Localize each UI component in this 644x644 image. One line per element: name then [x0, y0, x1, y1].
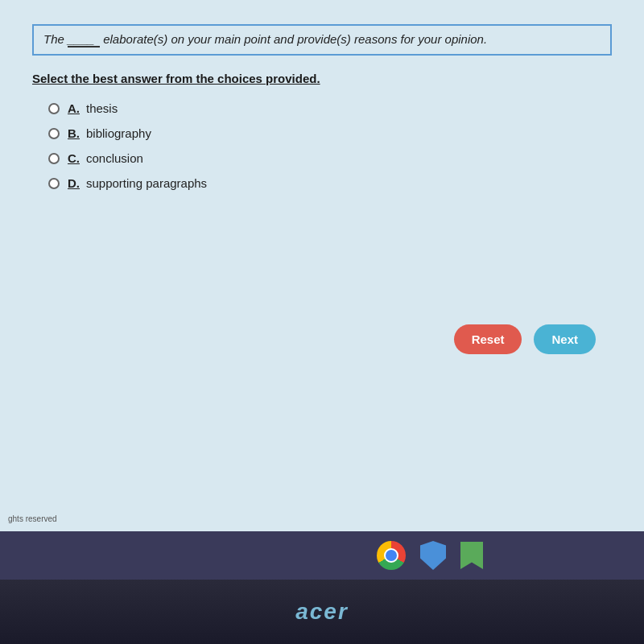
choice-text-c: conclusion — [86, 151, 143, 165]
laptop-bottom: acer — [0, 580, 644, 644]
radio-b[interactable] — [48, 128, 60, 139]
question-box: The ____ elaborate(s) on your main point… — [32, 24, 612, 56]
radio-d[interactable] — [48, 178, 60, 189]
question-blank: ____ — [68, 32, 100, 47]
radio-a[interactable] — [48, 103, 60, 114]
choice-label-c: C. — [68, 151, 80, 165]
choices-list: A. thesis B. bibliography C. conclusion … — [48, 101, 612, 190]
next-button[interactable]: Next — [534, 324, 596, 354]
choice-item-c[interactable]: C. conclusion — [48, 151, 612, 165]
shield-icon[interactable] — [420, 541, 446, 570]
radio-c[interactable] — [48, 153, 60, 164]
choice-item-b[interactable]: B. bibliography — [48, 126, 612, 140]
choice-item-d[interactable]: D. supporting paragraphs — [48, 176, 612, 190]
copyright-text: ghts reserved — [8, 514, 57, 523]
button-row: Reset Next — [454, 324, 596, 354]
choice-label-a: A. — [68, 101, 80, 115]
choice-text-a: thesis — [86, 101, 118, 115]
main-content: The ____ elaborate(s) on your main point… — [0, 0, 644, 531]
question-text: The ____ elaborate(s) on your main point… — [43, 32, 487, 46]
choice-label-b: B. — [68, 126, 80, 140]
taskbar-icons — [377, 541, 483, 570]
taskbar — [0, 531, 644, 580]
reset-button[interactable]: Reset — [454, 324, 522, 354]
choice-label-d: D. — [68, 176, 80, 190]
question-suffix: elaborate(s) on your main point and prov… — [100, 32, 487, 46]
chrome-icon[interactable] — [377, 541, 406, 570]
choice-text-d: supporting paragraphs — [86, 176, 207, 190]
acer-logo: acer — [295, 599, 349, 625]
bookmark-icon[interactable] — [460, 542, 483, 569]
choice-text-b: bibliography — [86, 126, 151, 140]
instruction-text: Select the best answer from the choices … — [32, 72, 612, 85]
screen: The ____ elaborate(s) on your main point… — [0, 0, 644, 644]
question-prefix: The — [43, 32, 68, 46]
choice-item-a[interactable]: A. thesis — [48, 101, 612, 115]
